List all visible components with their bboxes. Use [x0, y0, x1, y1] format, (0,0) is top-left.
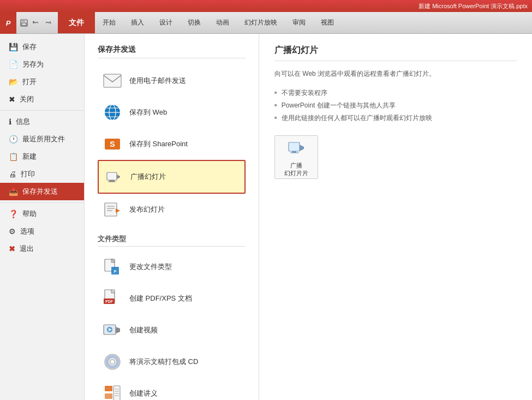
tab-slideshow[interactable]: 幻灯片放映 [237, 12, 285, 33]
open-icon: 📂 [9, 77, 18, 86]
sidebar-item-help[interactable]: ❓ 帮助 [0, 205, 84, 223]
change-type-label: 更改文件类型 [129, 262, 172, 272]
sidebar: 💾 保存 📄 另存为 📂 打开 ✖ 关闭 ℹ 信息 🕐 最近所用文件 📋 新建 [0, 34, 85, 400]
right-panel: 广播幻灯片 向可以在 Web 浏览器中观看的远程查看者广播幻灯片。 不需要安装程… [259, 34, 532, 400]
sidebar-item-options[interactable]: ⚙ 选项 [0, 223, 84, 240]
tab-animation[interactable]: 动画 [208, 12, 237, 33]
sidebar-item-save-send[interactable]: 📤 保存并发送 [0, 183, 84, 200]
sidebar-item-new[interactable]: 📋 新建 [0, 148, 84, 165]
handout-icon [102, 383, 123, 400]
backstage-area: 💾 保存 📄 另存为 📂 打开 ✖ 关闭 ℹ 信息 🕐 最近所用文件 📋 新建 [0, 34, 532, 400]
tab-view[interactable]: 视图 [313, 12, 342, 33]
filetype-icon: P [102, 256, 123, 277]
menu-item-web[interactable]: 保存到 Web [98, 97, 246, 128]
cd-icon [102, 351, 123, 372]
save-icon: 💾 [9, 43, 18, 51]
broadcast-label: 广播幻灯片 [130, 172, 166, 182]
handout-label: 创建讲义 [129, 389, 158, 398]
tab-design[interactable]: 设计 [152, 12, 180, 33]
sidebar-item-recent[interactable]: 🕐 最近所用文件 [0, 130, 84, 148]
svg-point-33 [110, 360, 115, 364]
svg-marker-19 [116, 208, 120, 213]
undo-btn[interactable] [31, 17, 41, 28]
svg-text:S: S [110, 140, 115, 148]
filetype-section-title: 文件类型 [98, 234, 246, 247]
menu-item-create-pdf[interactable]: PDF 创建 PDF/XPS 文档 [98, 283, 246, 314]
tab-review[interactable]: 审阅 [285, 12, 313, 33]
sidebar-item-save-as[interactable]: 📄 另存为 [0, 56, 84, 73]
send-icon: 📤 [9, 187, 18, 196]
svg-marker-43 [300, 145, 304, 151]
menu-item-change-type[interactable]: P 更改文件类型 [98, 251, 246, 283]
redo-btn[interactable] [43, 17, 53, 28]
cd-label: 将演示文稿打包成 CD [129, 357, 198, 367]
new-icon: 📋 [9, 152, 18, 161]
menu-item-sharepoint[interactable]: S 保存到 SharePoint [98, 128, 246, 160]
pdf-icon: PDF [102, 288, 123, 309]
options-icon: ⚙ [9, 227, 16, 236]
print-icon: 🖨 [9, 170, 16, 178]
menu-item-broadcast[interactable]: 广播幻灯片 [98, 160, 246, 194]
sidebar-item-close[interactable]: ✖ 关闭 [0, 91, 84, 108]
publish-label: 发布幻灯片 [129, 205, 165, 214]
email-label: 使用电子邮件发送 [129, 76, 186, 86]
svg-rect-11 [107, 172, 117, 180]
web-icon [102, 102, 123, 123]
pdf-label: 创建 PDF/XPS 文档 [129, 294, 192, 303]
svg-rect-3 [104, 74, 121, 87]
svg-rect-15 [105, 203, 117, 216]
recent-icon: 🕐 [9, 135, 18, 144]
bullet-list: 不需要安装程序 PowerPoint 创建一个链接与其他人共享 使用此链接的任何… [274, 87, 517, 124]
middle-panel: 保存并发送 使用电子邮件发送 保存到 W [85, 34, 259, 400]
sidebar-item-info[interactable]: ℹ 信息 [0, 113, 84, 130]
close-doc-icon: ✖ [9, 95, 15, 104]
save-as-icon: 📄 [9, 60, 18, 69]
exit-icon: ✖ [9, 244, 15, 253]
sharepoint-label: 保存到 SharePoint [129, 139, 188, 149]
menu-item-package-cd[interactable]: 将演示文稿打包成 CD [98, 346, 246, 378]
broadcast-btn-icon [285, 138, 307, 159]
email-icon [102, 70, 123, 91]
app-logo: P [0, 12, 16, 34]
svg-marker-29 [116, 327, 120, 333]
bullet-3: 使用此链接的任何人都可以在广播时观看幻灯片放映 [282, 114, 432, 123]
save-quick-btn[interactable] [19, 17, 29, 28]
info-icon: ℹ [9, 117, 11, 126]
sidebar-item-save[interactable]: 💾 保存 [0, 38, 84, 56]
broadcast-icon [103, 166, 124, 187]
ribbon-tabs: 开始 插入 设计 切换 动画 幻灯片放映 审阅 视图 [95, 12, 342, 33]
sidebar-item-open[interactable]: 📂 打开 [0, 73, 84, 91]
sidebar-item-exit[interactable]: ✖ 退出 [0, 240, 84, 258]
save-send-section-title: 保存并发送 [98, 45, 246, 58]
broadcast-button[interactable]: 广播 幻灯片片 [274, 135, 318, 179]
publish-icon [102, 199, 123, 220]
help-icon: ❓ [9, 210, 18, 218]
broadcast-btn-label: 广播 幻灯片片 [284, 162, 308, 177]
menu-item-create-handout[interactable]: 创建讲义 [98, 378, 246, 400]
svg-rect-42 [289, 142, 300, 151]
svg-rect-36 [105, 393, 112, 399]
video-label: 创建视频 [129, 325, 158, 335]
svg-rect-1 [22, 20, 25, 22]
svg-rect-35 [105, 386, 112, 391]
menu-item-publish[interactable]: 发布幻灯片 [98, 194, 246, 225]
svg-text:PDF: PDF [105, 300, 113, 303]
window-title: 新建 Microsoft PowerPoint 演示文稿.pptx [419, 2, 528, 10]
svg-text:P: P [113, 269, 117, 274]
video-icon [102, 320, 123, 341]
tab-start[interactable]: 开始 [95, 12, 123, 33]
right-description: 向可以在 Web 浏览器中观看的远程查看者广播幻灯片。 [274, 69, 517, 79]
web-label: 保存到 Web [129, 108, 167, 117]
sharepoint-icon: S [102, 134, 123, 154]
menu-item-create-video[interactable]: 创建视频 [98, 314, 246, 346]
tab-transition[interactable]: 切换 [180, 12, 208, 33]
bullet-1: 不需要安装程序 [282, 88, 327, 98]
tab-insert[interactable]: 插入 [123, 12, 152, 33]
svg-marker-12 [117, 175, 120, 179]
svg-rect-2 [22, 23, 26, 26]
svg-rect-37 [113, 386, 120, 400]
bullet-2: PowerPoint 创建一个链接与其他人共享 [282, 101, 396, 110]
menu-item-email[interactable]: 使用电子邮件发送 [98, 65, 246, 97]
sidebar-item-print[interactable]: 🖨 打印 [0, 165, 84, 183]
file-tab[interactable]: 文件 [58, 12, 95, 33]
